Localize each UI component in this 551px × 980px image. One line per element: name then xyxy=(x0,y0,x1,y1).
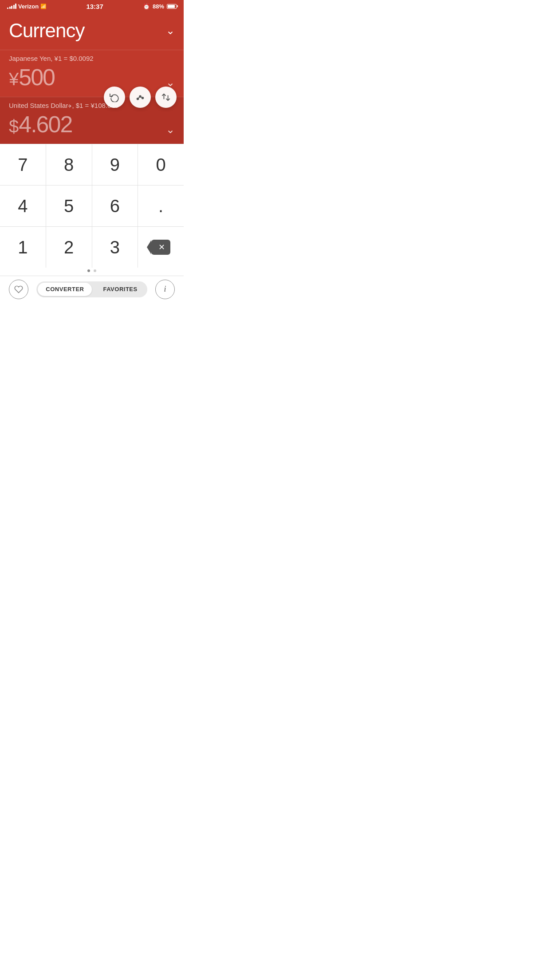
status-bar: Verizon 📶 13:37 ⏰ 88% xyxy=(0,0,184,12)
wifi-icon: 📶 xyxy=(40,4,47,9)
info-icon: i xyxy=(164,285,166,294)
tab-favorites[interactable]: FAVORITES xyxy=(93,281,147,297)
header: Currency ⌄ xyxy=(0,12,184,50)
tab-segment: CONVERTER FAVORITES xyxy=(36,281,147,297)
keypad: 7 8 9 0 4 5 6 . 1 2 3 ✕ xyxy=(0,144,184,276)
carrier-label: Verizon xyxy=(18,3,39,10)
time-label: 13:37 xyxy=(86,3,103,10)
usd-amount: $4.602 xyxy=(9,111,175,138)
info-button[interactable]: i xyxy=(155,280,175,299)
battery-icon xyxy=(167,4,177,9)
swap-icon xyxy=(161,92,171,102)
key-9[interactable]: 9 xyxy=(92,144,138,185)
key-backspace[interactable]: ✕ xyxy=(138,227,184,268)
keypad-row-2: 4 5 6 . xyxy=(0,185,184,226)
tab-bar: CONVERTER FAVORITES i xyxy=(0,276,184,302)
yen-label: Japanese Yen, ¥1 = $0.0092 xyxy=(9,55,175,62)
yen-symbol: ¥ xyxy=(9,69,18,89)
key-3[interactable]: 3 xyxy=(92,227,138,268)
action-buttons xyxy=(104,87,177,108)
favorites-heart-button[interactable] xyxy=(9,280,28,299)
keypad-row-3: 1 2 3 ✕ xyxy=(0,226,184,268)
heart-icon xyxy=(14,285,23,294)
key-6[interactable]: 6 xyxy=(92,186,138,226)
key-5[interactable]: 5 xyxy=(46,186,92,226)
page-title: Currency xyxy=(9,20,85,42)
tab-converter[interactable]: CONVERTER xyxy=(38,283,92,296)
alarm-icon: ⏰ xyxy=(143,3,150,10)
chart-icon xyxy=(135,92,145,102)
key-7[interactable]: 7 xyxy=(0,144,46,185)
battery-percent: 88% xyxy=(153,3,164,10)
dot-1 xyxy=(87,269,90,272)
swap-button[interactable] xyxy=(155,87,177,108)
usd-panel: United States Dollar✈, $1 = ¥108.646 $4.… xyxy=(0,97,184,144)
key-4[interactable]: 4 xyxy=(0,186,46,226)
refresh-button[interactable] xyxy=(104,87,125,108)
usd-symbol: $ xyxy=(9,116,18,136)
key-0[interactable]: 0 xyxy=(138,144,184,185)
status-left: Verizon 📶 xyxy=(7,3,47,10)
dot-2 xyxy=(94,269,96,272)
chart-button[interactable] xyxy=(130,87,151,108)
signal-bars xyxy=(7,4,16,9)
key-1[interactable]: 1 xyxy=(0,227,46,268)
status-right: ⏰ 88% xyxy=(143,3,177,10)
key-8[interactable]: 8 xyxy=(46,144,92,185)
header-chevron-icon[interactable]: ⌄ xyxy=(166,24,175,37)
currency-panels: Japanese Yen, ¥1 = $0.0092 ¥500 ⌄ xyxy=(0,50,184,144)
backspace-icon: ✕ xyxy=(151,240,170,255)
usd-panel-chevron-icon[interactable]: ⌄ xyxy=(166,123,175,136)
refresh-icon xyxy=(110,92,119,102)
keypad-row-1: 7 8 9 0 xyxy=(0,144,184,185)
key-2[interactable]: 2 xyxy=(46,227,92,268)
key-dot[interactable]: . xyxy=(138,186,184,226)
page-indicator xyxy=(0,268,184,276)
